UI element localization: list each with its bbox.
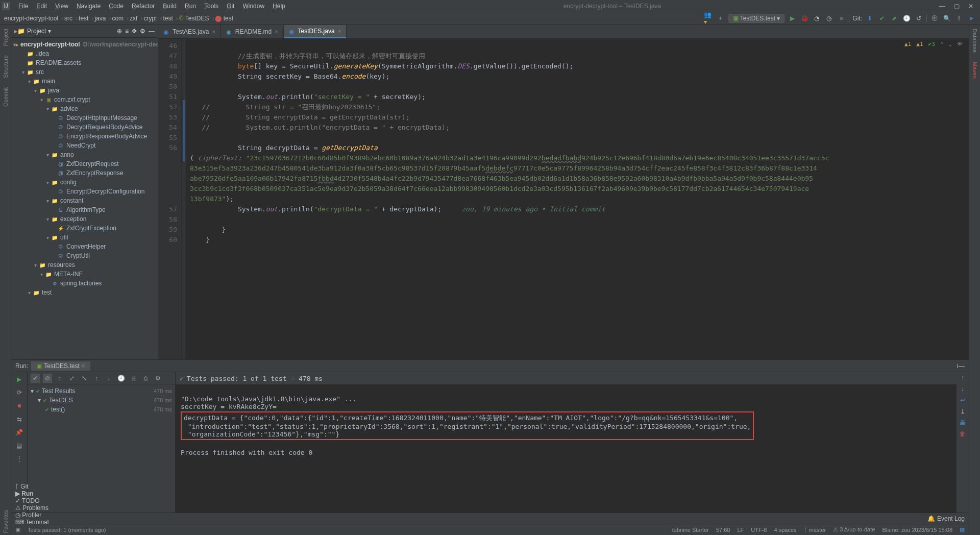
tree-item[interactable]: ©DecryptHttpInputMessage: [11, 113, 158, 123]
menu-code[interactable]: Code: [105, 3, 128, 10]
close-icon[interactable]: ×: [338, 28, 341, 34]
menu-git[interactable]: Git: [223, 3, 238, 10]
test-results-root[interactable]: ▾✔Test Results 478 ms: [31, 386, 172, 396]
scroll-end-icon[interactable]: ⤓: [960, 408, 965, 415]
settings-icon[interactable]: ⁞: [954, 14, 964, 23]
show-passed-icon[interactable]: ✔: [31, 374, 40, 383]
profile-icon[interactable]: ◷: [824, 14, 834, 23]
git-history-icon[interactable]: 🕘: [902, 14, 911, 23]
print-icon[interactable]: 🖶: [960, 419, 966, 426]
minimize-icon[interactable]: —: [935, 3, 949, 10]
maximize-icon[interactable]: ▢: [949, 3, 964, 10]
database-tool-tab[interactable]: Database: [972, 27, 978, 55]
tree-item[interactable]: ▾📁main: [11, 77, 158, 86]
menu-refactor[interactable]: Refactor: [128, 3, 159, 10]
tree-item[interactable]: ▾▣com.zxf.crypt: [11, 95, 158, 104]
tree-item[interactable]: ▾📁java: [11, 86, 158, 95]
locate-icon[interactable]: ⊕: [117, 28, 122, 35]
breadcrumb-item[interactable]: encrypt-decrypt-tool: [4, 15, 58, 22]
collapse-icon[interactable]: ≡: [125, 28, 129, 35]
hide-icon[interactable]: —: [149, 28, 155, 35]
toggle-auto-icon[interactable]: ⇆: [14, 414, 24, 424]
project-tree[interactable]: ▾▸encrypt-decrypt-toolD:\workspace\encry…: [11, 38, 158, 359]
menu-window[interactable]: Window: [238, 3, 268, 10]
maven-tool-tab[interactable]: Maven: [972, 60, 978, 81]
tree-item[interactable]: @ZxfDecryptRequest: [11, 159, 158, 168]
git-pull-icon[interactable]: ⬇: [865, 14, 874, 23]
bottom-tab-profiler[interactable]: ◷ Profiler: [15, 512, 61, 519]
export-icon[interactable]: ⎙: [141, 374, 150, 383]
structure-tool-tab[interactable]: Structure: [3, 53, 9, 80]
prev-icon[interactable]: ↑: [92, 374, 101, 383]
menu-run[interactable]: Run: [181, 3, 200, 10]
editor-tab[interactable]: ◉TestDES.java×: [284, 25, 347, 38]
tree-item[interactable]: ©ConvertHelper: [11, 242, 158, 251]
up-icon[interactable]: ↑: [961, 374, 964, 381]
tree-item[interactable]: ©CryptUtil: [11, 251, 158, 260]
encoding[interactable]: UTF-8: [751, 527, 767, 533]
commit-tool-tab[interactable]: Commit: [3, 85, 9, 109]
breadcrumb-item[interactable]: src: [64, 15, 72, 22]
more-icon[interactable]: ⋮: [14, 454, 24, 464]
tool-windows-icon[interactable]: ▦: [960, 526, 965, 533]
menu-build[interactable]: Build: [159, 3, 181, 10]
caret-position[interactable]: 57:60: [716, 527, 730, 533]
indent[interactable]: 4 spaces: [774, 527, 796, 533]
tree-item[interactable]: ▾📁META-INF: [11, 270, 158, 279]
breadcrumb-item[interactable]: test: [79, 15, 88, 22]
debug-icon[interactable]: 🐞: [800, 14, 809, 23]
tree-item[interactable]: ©EncryptDecryptConfiguration: [11, 187, 158, 196]
bottom-tab-todo[interactable]: ✓ TODO: [15, 497, 61, 504]
expand-icon[interactable]: ✥: [132, 28, 137, 35]
layout-icon[interactable]: ▤: [14, 441, 24, 451]
search-icon[interactable]: 🔍: [942, 14, 951, 23]
close-icon[interactable]: ×: [82, 362, 85, 370]
stop-icon[interactable]: ■: [837, 14, 846, 23]
tree-item[interactable]: ▾📁advice: [11, 104, 158, 113]
line-ending[interactable]: LF: [737, 527, 744, 533]
next-icon[interactable]: ↓: [104, 374, 113, 383]
reader-mode-icon[interactable]: 👁: [957, 41, 963, 47]
tree-item[interactable]: ▾📁constant: [11, 196, 158, 205]
copilot-icon[interactable]: ➤: [967, 14, 976, 23]
gear-icon[interactable]: ⚙: [153, 374, 162, 383]
menu-help[interactable]: Help: [268, 3, 289, 10]
breadcrumb-item[interactable]: ⬤ test: [215, 15, 233, 22]
rerun-icon[interactable]: ▶: [14, 374, 24, 384]
tree-item[interactable]: ⚙spring.factories: [11, 279, 158, 288]
run-icon[interactable]: ▶: [788, 14, 797, 23]
expand-all-icon[interactable]: ⤢: [67, 374, 77, 383]
console-output[interactable]: "D:\code tools\Java\jdk1.8\bin\java.exe"…: [176, 384, 957, 513]
history-icon[interactable]: 🕘: [116, 374, 126, 383]
show-ignored-icon[interactable]: ⊘: [43, 374, 52, 383]
favorites-tool-tab[interactable]: Favorites: [3, 508, 9, 535]
test-suite[interactable]: ▾✔TestDES 478 ms: [31, 396, 172, 405]
git-commit-icon[interactable]: ✔: [877, 14, 887, 23]
clear-icon[interactable]: 🗑: [960, 430, 966, 437]
pin-icon[interactable]: 📌: [14, 427, 24, 437]
menu-tools[interactable]: Tools: [200, 3, 223, 10]
bottom-tab-git[interactable]: ᚴ Git: [15, 483, 61, 490]
tree-item[interactable]: ▾📁config: [11, 178, 158, 187]
close-icon[interactable]: ×: [275, 29, 278, 35]
tree-item[interactable]: ▾📁anno: [11, 150, 158, 159]
run-config-select[interactable]: ▣ TestDES.test ▾: [728, 14, 785, 23]
tree-item[interactable]: EAlgorithmType: [11, 205, 158, 214]
test-case[interactable]: ✔test() 478 ms: [31, 405, 172, 414]
sort-icon[interactable]: ↕: [55, 374, 64, 383]
run-tab[interactable]: ▣ TestDES.test ×: [31, 361, 90, 371]
menu-view[interactable]: View: [51, 3, 72, 10]
menu-edit[interactable]: Edit: [32, 3, 51, 10]
tree-item[interactable]: ▾📁src: [11, 67, 158, 77]
panel-hide-icon[interactable]: —: [959, 362, 965, 370]
tree-item[interactable]: ©DecryptRequestBodyAdvice: [11, 123, 158, 132]
tree-item[interactable]: ©EncryptResponseBodyAdvice: [11, 132, 158, 141]
git-branch[interactable]: ᚴ master: [804, 527, 826, 533]
users-icon[interactable]: 👥▾: [704, 14, 713, 23]
git-delta[interactable]: ⚠ 3 Δ/up-to-date: [833, 526, 875, 533]
coverage-icon[interactable]: ◔: [812, 14, 821, 23]
code-editor[interactable]: ▲1 ▲1 ✔3 ⌃⌄ 👁 46474849505152535455565758…: [158, 39, 969, 359]
code-content[interactable]: //生成密钥，并转为字符串，可以储存起来，解密时可直接使用 byte[] key…: [186, 39, 969, 359]
tree-item[interactable]: ▾📁util: [11, 233, 158, 242]
bottom-tab-problems[interactable]: ⚠ Problems: [15, 504, 61, 512]
